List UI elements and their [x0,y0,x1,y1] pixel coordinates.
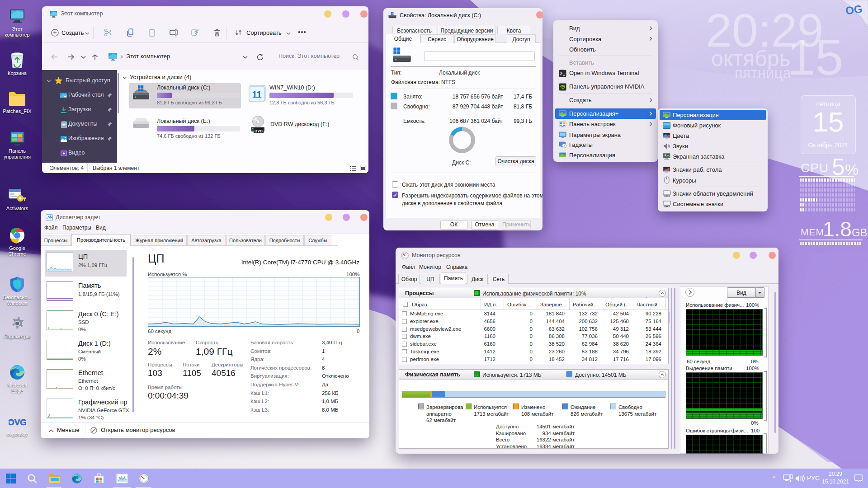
svg-text:DVD: DVD [255,129,263,133]
svg-text:OG: OG [844,3,863,17]
svg-text:11: 11 [252,89,261,99]
svg-text:OVG: OVG [9,418,26,427]
